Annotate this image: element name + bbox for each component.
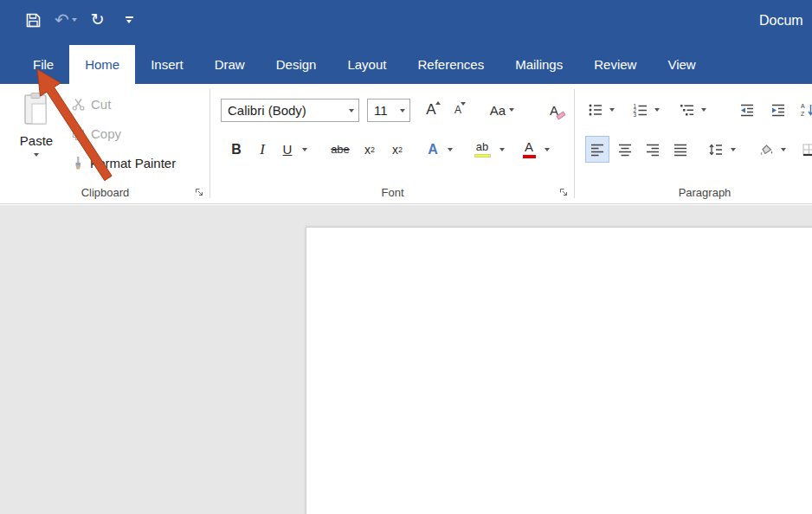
strikethrough-button[interactable]: abe (326, 136, 354, 163)
justify-button[interactable] (668, 136, 693, 163)
italic-label: I (260, 141, 265, 158)
sort-icon: AZ (800, 102, 812, 118)
change-case-button[interactable]: Aa (484, 97, 520, 123)
align-center-button[interactable] (613, 136, 637, 163)
ribbon-tab-bar: File Home Insert Draw Design Layout Refe… (0, 45, 812, 84)
cut-button[interactable]: Cut (71, 92, 112, 116)
highlight-button[interactable]: ab (468, 136, 496, 163)
tab-draw[interactable]: Draw (199, 45, 261, 84)
text-effects-button[interactable]: A (422, 136, 444, 163)
highlight-dropdown-icon (499, 148, 505, 151)
numbering-dropdown[interactable] (651, 97, 663, 123)
font-color-swatch (523, 155, 536, 158)
document-area (0, 205, 812, 514)
grow-font-label: A (426, 101, 435, 119)
tab-insert[interactable]: Insert (135, 45, 199, 84)
font-size-combobox[interactable]: 11 (367, 99, 410, 122)
align-left-icon (590, 142, 605, 157)
tab-design[interactable]: Design (261, 45, 332, 84)
multilevel-list-button[interactable] (677, 97, 698, 123)
undo-dropdown-icon[interactable] (72, 18, 77, 22)
increase-indent-button[interactable] (767, 97, 789, 123)
line-spacing-dropdown-icon (731, 148, 736, 151)
clipboard-dialog-launcher[interactable] (194, 187, 205, 198)
line-spacing-icon (708, 142, 724, 157)
grow-font-button[interactable]: A (418, 97, 444, 123)
undo-button[interactable]: ↶ (55, 10, 77, 29)
superscript-mark: 2 (398, 145, 403, 154)
sort-button[interactable]: AZ (796, 97, 812, 123)
paragraph-group: 1 2 3 (575, 84, 812, 203)
decrease-indent-button[interactable] (736, 97, 758, 123)
tab-view[interactable]: View (652, 45, 711, 84)
superscript-button[interactable]: x 2 (385, 136, 409, 163)
grow-font-caret-icon (435, 101, 441, 105)
highlight-dropdown[interactable] (496, 136, 508, 163)
svg-text:Z: Z (801, 111, 805, 117)
font-name-dropdown-icon[interactable] (345, 100, 358, 121)
paste-button[interactable]: Paste (10, 91, 62, 193)
word-window: ↶ ↻ Docum File Home Insert Draw Design L… (0, 0, 812, 514)
text-effects-label: A (428, 142, 438, 157)
save-icon (26, 13, 41, 28)
numbering-icon: 1 2 3 (633, 102, 648, 118)
shading-icon (758, 142, 774, 157)
bold-label: B (231, 142, 242, 157)
shrink-font-button[interactable]: A (447, 97, 469, 123)
align-right-button[interactable] (641, 136, 665, 163)
tab-mailings[interactable]: Mailings (499, 45, 578, 84)
subscript-mark: 2 (371, 145, 375, 154)
shrink-font-label: A (454, 104, 461, 116)
paste-dropdown-icon[interactable] (34, 153, 39, 157)
superscript-label: x (392, 143, 398, 157)
format-painter-button[interactable]: Format Painter (71, 151, 177, 175)
document-page[interactable] (306, 227, 812, 514)
align-center-icon (617, 142, 633, 157)
align-right-icon (645, 142, 661, 157)
copy-label: Copy (91, 126, 121, 141)
numbering-button[interactable]: 1 2 3 (630, 97, 651, 123)
svg-text:3: 3 (634, 112, 637, 118)
underline-button[interactable]: U (276, 136, 299, 163)
shading-dropdown-icon (781, 148, 786, 151)
tab-layout[interactable]: Layout (332, 45, 402, 84)
redo-button[interactable]: ↻ (91, 10, 105, 29)
increase-indent-icon (770, 102, 786, 118)
tab-review[interactable]: Review (578, 45, 652, 84)
font-color-dropdown[interactable] (541, 136, 553, 163)
borders-icon (802, 142, 812, 157)
tab-file[interactable]: File (17, 45, 69, 84)
subscript-button[interactable]: x 2 (358, 136, 382, 163)
tab-home[interactable]: Home (69, 45, 135, 84)
clipboard-group-label: Clipboard (0, 186, 210, 199)
shading-dropdown[interactable] (777, 136, 789, 163)
font-color-button[interactable]: A (517, 136, 541, 163)
line-spacing-button[interactable] (705, 136, 727, 163)
save-button[interactable] (26, 13, 41, 28)
customize-qat-button[interactable] (126, 16, 133, 23)
tab-references[interactable]: References (402, 45, 499, 84)
document-title: Docum (759, 13, 803, 29)
multilevel-list-dropdown[interactable] (698, 97, 710, 123)
dialog-launcher-icon (195, 188, 204, 197)
bold-button[interactable]: B (224, 136, 248, 163)
highlight-color-swatch (474, 154, 491, 157)
underline-dropdown[interactable] (299, 136, 311, 163)
italic-button[interactable]: I (252, 136, 273, 163)
clear-formatting-button[interactable]: A (541, 97, 567, 123)
font-dialog-launcher[interactable] (558, 187, 570, 198)
line-spacing-dropdown[interactable] (727, 136, 739, 163)
text-effects-dropdown[interactable] (444, 136, 456, 163)
change-case-dropdown-icon[interactable] (509, 108, 514, 112)
align-left-button[interactable] (585, 136, 609, 163)
shading-button[interactable] (755, 136, 777, 163)
bullets-button[interactable] (585, 97, 606, 123)
bullets-dropdown[interactable] (606, 97, 618, 123)
redo-icon: ↻ (91, 10, 105, 29)
font-size-dropdown-icon[interactable] (396, 100, 409, 121)
font-size-value: 11 (374, 103, 388, 118)
title-bar: ↶ ↻ Docum (0, 0, 812, 45)
copy-button[interactable]: Copy (71, 121, 122, 145)
borders-button[interactable] (798, 136, 812, 163)
font-name-combobox[interactable]: Calibri (Body) (221, 99, 359, 122)
